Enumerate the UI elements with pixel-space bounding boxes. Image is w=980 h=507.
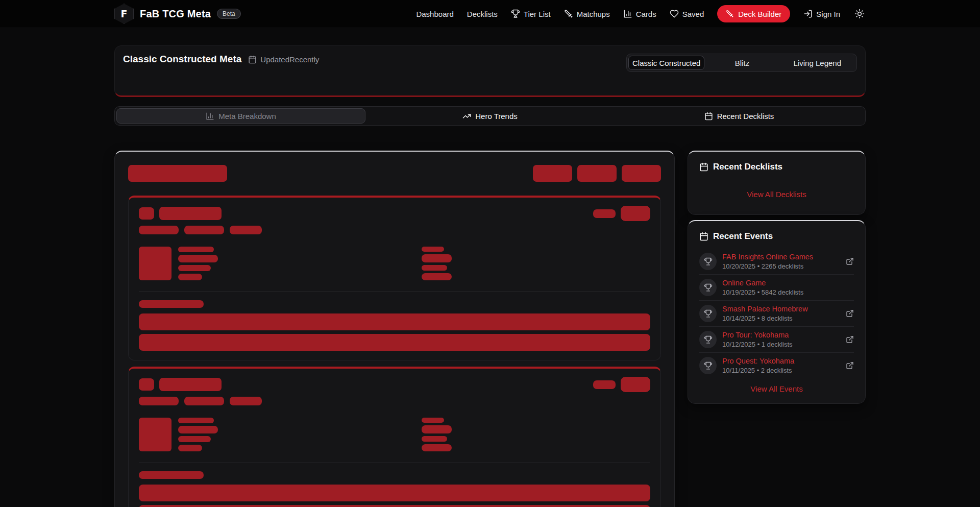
main-grid: Recent Decklists View All Decklists Rece… <box>114 151 866 507</box>
recent-events-title: Recent Events <box>713 231 773 242</box>
meta-header-card: Classic Constructed Meta UpdatedRecently… <box>114 45 866 97</box>
page-content: Classic Constructed Meta UpdatedRecently… <box>114 45 866 507</box>
skeleton-block <box>422 418 444 423</box>
skeleton-hero-row <box>139 247 650 280</box>
tab-meta-breakdown[interactable]: Meta Breakdown <box>116 108 365 124</box>
recent-events-card: Recent Events FAB Insights Online Games <box>688 220 866 404</box>
view-tab-label: Meta Breakdown <box>218 112 276 120</box>
skeleton-block <box>139 226 179 234</box>
format-tabs: Classic Constructed Blitz Living Legend <box>626 54 857 72</box>
sidebar: Recent Decklists View All Decklists Rece… <box>688 151 866 404</box>
skeleton-section-header <box>139 206 650 221</box>
trophy-icon <box>699 253 717 270</box>
deck-builder-label: Deck Builder <box>738 10 781 18</box>
log-in-icon <box>803 9 813 18</box>
skeleton-block <box>184 226 224 234</box>
event-name-link[interactable]: Online Game <box>722 279 854 287</box>
tab-recent-decklists[interactable]: Recent Decklists <box>615 108 864 124</box>
skeleton-bar <box>139 334 650 351</box>
skeleton-block <box>621 377 650 392</box>
event-name-link[interactable]: Pro Tour: Yokohama <box>722 331 840 339</box>
sword-icon <box>564 9 573 18</box>
calendar-icon <box>699 162 708 172</box>
nav-item-label: Cards <box>636 10 656 18</box>
deck-builder-button[interactable]: Deck Builder <box>717 5 790 22</box>
event-row: Online Game 10/19/2025 • 5842 decklists <box>699 275 854 301</box>
view-tab-label: Recent Decklists <box>717 112 774 120</box>
skeleton-block <box>622 165 661 182</box>
skeleton-pill-row <box>139 226 650 234</box>
nav-item-label: Matchups <box>577 10 610 18</box>
meta-header-left: Classic Constructed Meta UpdatedRecently <box>123 54 319 65</box>
skeleton-divider <box>139 463 650 463</box>
sign-in-button[interactable]: Sign In <box>803 9 840 18</box>
skeleton-block <box>422 265 447 271</box>
calendar-icon <box>704 112 713 120</box>
events-list: FAB Insights Online Games 10/20/2025 • 2… <box>699 249 854 378</box>
skeleton-block <box>139 300 204 308</box>
skeleton-hero-row <box>139 418 650 451</box>
event-name-link[interactable]: Smash Palace Homebrew <box>722 305 840 313</box>
skeleton-block <box>139 471 204 479</box>
nav-item-dashboard[interactable]: Dashboard <box>416 10 453 18</box>
app-logo-icon: F <box>114 4 134 24</box>
skeleton-card-image <box>139 418 172 451</box>
view-all-events-link[interactable]: View All Events <box>699 384 854 393</box>
skeleton-toolbar <box>128 165 661 182</box>
external-link-icon[interactable] <box>846 257 854 265</box>
nav-item-decklists[interactable]: Decklists <box>467 10 498 18</box>
recent-decklists-header: Recent Decklists <box>699 162 854 172</box>
bar-chart-icon <box>206 112 214 120</box>
recent-decklists-title: Recent Decklists <box>713 162 782 172</box>
external-link-icon[interactable] <box>846 335 854 344</box>
skeleton-block <box>621 206 650 221</box>
nav-item-tier-list[interactable]: Tier List <box>511 9 551 18</box>
brand[interactable]: F FaB TCG Meta Beta <box>114 4 241 24</box>
skeleton-block <box>593 209 616 218</box>
skeleton-section-header <box>139 377 650 392</box>
top-navigation: F FaB TCG Meta Beta Dashboard Decklists … <box>0 0 980 28</box>
skeleton-divider <box>139 292 650 292</box>
skeleton-block <box>139 378 154 391</box>
tab-classic-constructed[interactable]: Classic Constructed <box>628 56 704 70</box>
event-meta: 10/14/2025 • 8 decklists <box>722 315 840 322</box>
event-meta: 10/20/2025 • 2265 decklists <box>722 262 840 270</box>
skeleton-hero-section <box>128 196 661 360</box>
skeleton-block <box>178 418 214 423</box>
trending-up-icon <box>462 112 471 120</box>
skeleton-block <box>422 436 447 442</box>
calendar-icon <box>248 55 257 64</box>
nav-item-label: Dashboard <box>416 10 453 18</box>
external-link-icon[interactable] <box>846 361 854 370</box>
nav-item-saved[interactable]: Saved <box>670 9 704 18</box>
view-all-decklists-link[interactable]: View All Decklists <box>699 190 854 199</box>
external-link-icon[interactable] <box>846 309 854 318</box>
skeleton-block <box>230 397 262 405</box>
skeleton-block <box>422 247 444 252</box>
skeleton-block <box>593 380 616 389</box>
event-row: Smash Palace Homebrew 10/14/2025 • 8 dec… <box>699 301 854 327</box>
skeleton-bar <box>139 485 650 501</box>
event-row: FAB Insights Online Games 10/20/2025 • 2… <box>699 249 854 275</box>
sign-in-label: Sign In <box>816 10 840 18</box>
trophy-icon <box>699 331 717 348</box>
trophy-icon <box>511 9 520 18</box>
event-row: Pro Tour: Yokohama 10/12/2025 • 1 deckli… <box>699 327 854 353</box>
tab-blitz[interactable]: Blitz <box>704 56 779 70</box>
skeleton-bar <box>139 505 650 507</box>
event-name-link[interactable]: Pro Quest: Yokohama <box>722 357 840 365</box>
skeleton-block <box>159 378 222 391</box>
skeleton-block <box>178 426 218 433</box>
nav-item-matchups[interactable]: Matchups <box>564 9 610 18</box>
theme-toggle-button[interactable] <box>853 8 866 20</box>
skeleton-block <box>422 254 452 262</box>
tab-hero-trends[interactable]: Hero Trends <box>365 108 615 124</box>
event-name-link[interactable]: FAB Insights Online Games <box>722 253 840 261</box>
skeleton-pill-row <box>139 397 650 405</box>
recent-decklists-card: Recent Decklists View All Decklists <box>688 151 866 215</box>
meta-breakdown-panel-loading <box>114 151 675 507</box>
tab-living-legend[interactable]: Living Legend <box>780 56 855 70</box>
trophy-icon <box>699 357 717 374</box>
nav-item-cards[interactable]: Cards <box>623 9 656 18</box>
skeleton-block <box>139 397 179 405</box>
